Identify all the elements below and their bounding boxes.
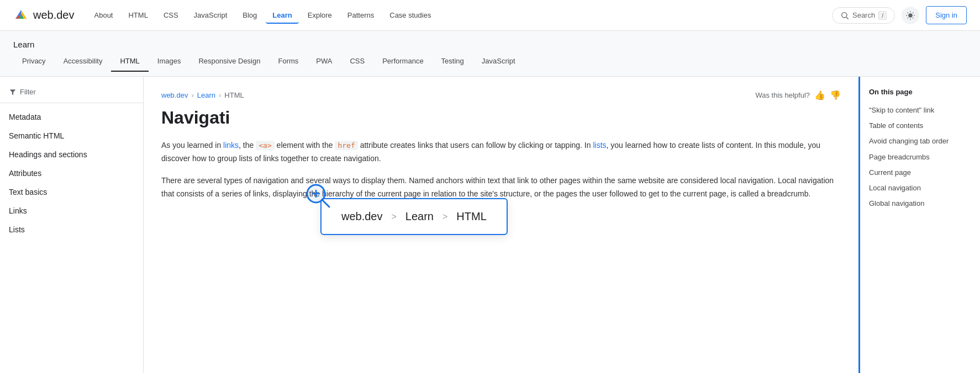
helpful-label: Was this helpful? xyxy=(755,91,810,99)
popup-item1: web.dev xyxy=(341,210,383,223)
nav-javascript[interactable]: JavaScript xyxy=(187,7,234,24)
main-layout: Filter Metadata Semantic HTML Headings a… xyxy=(0,77,980,373)
svg-line-14 xyxy=(913,12,913,13)
filter-icon xyxy=(9,88,17,96)
breadcrumb-bar: web.dev › Learn › HTML Was this helpful?… xyxy=(161,90,841,100)
top-nav-links: About HTML CSS JavaScript Blog Learn Exp… xyxy=(88,7,828,24)
sidebar-item-text-basics[interactable]: Text basics xyxy=(0,183,143,201)
nav-about[interactable]: About xyxy=(88,7,120,24)
svg-line-11 xyxy=(908,12,908,13)
filter-label: Filter xyxy=(20,88,36,96)
theme-toggle-button[interactable] xyxy=(902,7,919,24)
sign-in-button[interactable]: Sign in xyxy=(926,6,967,24)
toc-title: On this page xyxy=(869,88,971,96)
breadcrumb-html: HTML xyxy=(224,91,244,99)
logo-text: web.dev xyxy=(33,9,75,22)
top-nav: web.dev About HTML CSS JavaScript Blog L… xyxy=(0,0,980,31)
toc-item-6[interactable]: Global navigation xyxy=(869,196,971,211)
sidebar-item-lists[interactable]: Lists xyxy=(0,220,143,239)
page-heading: Navigati xyxy=(161,107,841,128)
nav-blog[interactable]: Blog xyxy=(236,7,264,24)
svg-point-6 xyxy=(909,13,913,18)
breadcrumb-sep-1: › xyxy=(191,91,193,99)
search-label: Search xyxy=(852,11,875,19)
nav-patterns[interactable]: Patterns xyxy=(341,7,381,24)
search-box[interactable]: Search / xyxy=(832,7,895,24)
tab-images[interactable]: Images xyxy=(149,51,190,72)
toc-item-5[interactable]: Local navigation xyxy=(869,180,971,196)
filter-row[interactable]: Filter xyxy=(0,83,143,103)
heading-text: Navigati xyxy=(161,108,230,127)
nav-css[interactable]: CSS xyxy=(157,7,185,24)
tab-accessibility[interactable]: Accessibility xyxy=(55,51,112,72)
section-tabs: Privacy Accessibility HTML Images Respon… xyxy=(13,51,967,72)
top-nav-right: Search / Sign in xyxy=(832,6,967,24)
thumbs-down-button[interactable]: 👎 xyxy=(830,90,841,100)
svg-line-12 xyxy=(913,18,913,18)
svg-line-5 xyxy=(846,17,849,19)
breadcrumb-webdev[interactable]: web.dev xyxy=(161,91,188,99)
sidebar-item-headings[interactable]: Headings and sections xyxy=(0,145,143,164)
sidebar-item-semantic-html[interactable]: Semantic HTML xyxy=(0,126,143,145)
nav-explore[interactable]: Explore xyxy=(301,7,339,24)
popup-sep1: > xyxy=(392,212,397,222)
section-header: Learn Privacy Accessibility HTML Images … xyxy=(0,31,980,77)
toc-item-1[interactable]: Table of contents xyxy=(869,118,971,134)
popup-item2: Learn xyxy=(405,210,434,223)
zoom-popup: web.dev > Learn > HTML xyxy=(320,198,508,235)
svg-marker-15 xyxy=(10,89,16,94)
nav-html[interactable]: HTML xyxy=(122,7,154,24)
sidebar-divider xyxy=(0,103,143,103)
thumbs-up-button[interactable]: 👍 xyxy=(814,90,825,100)
toc-item-3[interactable]: Page breadcrumbs xyxy=(869,150,971,165)
tab-javascript[interactable]: JavaScript xyxy=(473,51,524,72)
right-toc: On this page "Skip to content" link Tabl… xyxy=(858,77,980,373)
sidebar: Filter Metadata Semantic HTML Headings a… xyxy=(0,77,144,373)
toc-item-4[interactable]: Current page xyxy=(869,165,971,180)
sidebar-item-attributes[interactable]: Attributes xyxy=(0,164,143,183)
sidebar-item-metadata[interactable]: Metadata xyxy=(0,108,143,126)
logo-icon xyxy=(13,8,29,23)
tab-privacy[interactable]: Privacy xyxy=(13,51,55,72)
tab-testing[interactable]: Testing xyxy=(433,51,473,72)
search-icon xyxy=(840,11,849,20)
svg-point-4 xyxy=(842,12,847,17)
nav-case-studies[interactable]: Case studies xyxy=(383,7,438,24)
zoom-overlay: web.dev > Learn > HTML xyxy=(320,198,508,235)
content-area: web.dev › Learn › HTML Was this helpful?… xyxy=(144,77,858,373)
svg-line-17 xyxy=(323,200,329,207)
breadcrumb-learn[interactable]: Learn xyxy=(197,91,215,99)
nav-learn[interactable]: Learn xyxy=(266,7,298,24)
toc-item-0[interactable]: "Skip to content" link xyxy=(869,103,971,118)
zoom-cursor-icon xyxy=(305,183,331,209)
svg-line-13 xyxy=(908,18,908,18)
sidebar-item-links[interactable]: Links xyxy=(0,201,143,220)
links-link[interactable]: links xyxy=(223,141,239,150)
helpful-row: Was this helpful? 👍 👎 xyxy=(755,90,841,100)
logo[interactable]: web.dev xyxy=(13,8,75,23)
body-para-1: As you learned in links, the <a> element… xyxy=(161,139,841,166)
breadcrumb-sep-2: › xyxy=(219,91,221,99)
slash-key: / xyxy=(878,11,887,20)
breadcrumb: web.dev › Learn › HTML xyxy=(161,91,244,99)
popup-sep2: > xyxy=(442,212,447,222)
popup-item3: HTML xyxy=(456,210,486,223)
tab-html[interactable]: HTML xyxy=(111,51,148,72)
section-title: Learn xyxy=(13,35,967,51)
tab-pwa[interactable]: PWA xyxy=(307,51,341,72)
toc-item-2[interactable]: Avoid changing tab order xyxy=(869,134,971,149)
tab-responsive-design[interactable]: Responsive Design xyxy=(189,51,269,72)
svg-point-20 xyxy=(307,185,325,203)
body-para-2: There are several types of navigation an… xyxy=(161,174,841,201)
tab-performance[interactable]: Performance xyxy=(373,51,432,72)
tab-css[interactable]: CSS xyxy=(341,51,373,72)
theme-icon xyxy=(905,10,915,20)
tab-forms[interactable]: Forms xyxy=(269,51,307,72)
lists-link[interactable]: lists xyxy=(593,141,606,150)
